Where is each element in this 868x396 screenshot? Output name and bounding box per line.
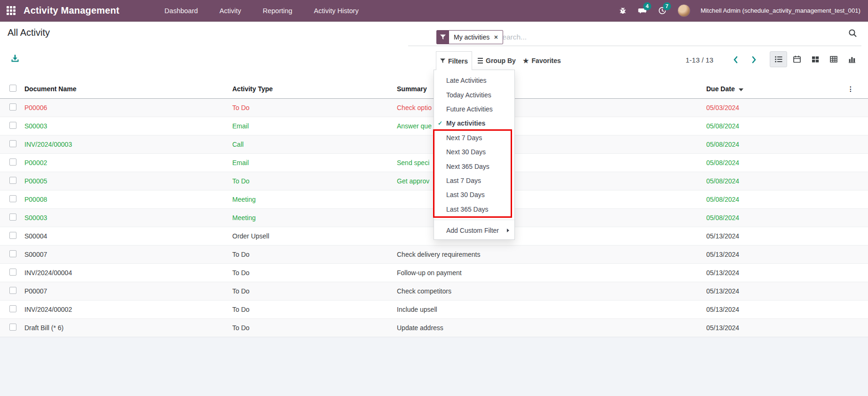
row-checkbox[interactable] — [9, 177, 16, 184]
row-checkbox[interactable] — [9, 232, 16, 239]
view-pivot-button[interactable] — [825, 51, 842, 67]
checkbox-cell — [0, 208, 21, 227]
cell-activity-type: To Do — [229, 245, 393, 263]
row-checkbox[interactable] — [9, 250, 16, 257]
filter-menu-item-label: Today Activities — [446, 91, 491, 99]
activity-management-app: Activity Management DashboardActivityRep… — [0, 0, 868, 396]
header-activity-type[interactable]: Activity Type — [229, 80, 393, 98]
row-checkbox[interactable] — [9, 305, 16, 312]
cell-document-name: P00007 — [21, 282, 229, 300]
filters-dropdown-menu: Late ActivitiesToday ActivitiesFuture Ac… — [434, 70, 515, 240]
table-row[interactable]: INV/2024/00002To DoInclude upsell05/13/2… — [0, 300, 868, 318]
navbar-menu-item[interactable]: Activity History — [314, 7, 359, 15]
filter-menu-item-label: Last 7 Days — [446, 177, 481, 184]
filter-menu-item[interactable]: Next 365 Days — [434, 159, 514, 173]
messages-icon[interactable]: 4 — [638, 6, 647, 16]
export-download-icon[interactable] — [10, 54, 21, 64]
table-row[interactable]: INV/2024/00004To DoFollow-up on payment0… — [0, 263, 868, 282]
view-calendar-button[interactable] — [788, 51, 805, 67]
cell-due-date: 05/08/2024 — [702, 135, 844, 153]
table-row[interactable]: S00007To DoCheck delivery requirements05… — [0, 245, 868, 263]
cell-document-name: P00005 — [21, 172, 229, 190]
add-custom-filter-label: Add Custom Filter — [446, 227, 499, 234]
header-document-name[interactable]: Document Name — [21, 80, 229, 98]
filter-menu-item[interactable]: ✓My activities — [434, 116, 514, 130]
row-checkbox[interactable] — [9, 158, 16, 166]
cell-activity-type: Meeting — [229, 190, 393, 208]
app-brand[interactable]: Activity Management — [24, 5, 119, 16]
top-navbar: Activity Management DashboardActivityRep… — [0, 0, 868, 22]
row-checkbox[interactable] — [9, 195, 16, 202]
table-row[interactable]: P00007To DoCheck competitors05/13/2024 — [0, 282, 868, 300]
cell-due-date: 05/13/2024 — [702, 282, 844, 300]
activities-count-badge: 7 — [663, 2, 671, 10]
filters-button[interactable]: Filters — [436, 51, 472, 70]
row-checkbox[interactable] — [9, 287, 16, 294]
row-checkbox[interactable] — [9, 324, 16, 331]
cell-activity-type: To Do — [229, 172, 393, 190]
row-checkbox[interactable] — [9, 122, 16, 129]
filter-menu-item[interactable]: Late Activities — [434, 73, 514, 87]
add-custom-filter-item[interactable]: Add Custom Filter — [434, 223, 514, 238]
checkbox-cell — [0, 172, 21, 190]
view-graph-button[interactable] — [843, 51, 860, 67]
row-checkbox[interactable] — [9, 269, 16, 276]
cell-activity-type: Call — [229, 135, 393, 153]
navbar-menu-item[interactable]: Dashboard — [165, 7, 198, 15]
activities-clock-icon[interactable]: 7 — [658, 6, 667, 16]
cell-document-name: INV/2024/00003 — [21, 135, 229, 153]
header-due-date[interactable]: Due Date — [702, 80, 844, 98]
cell-spacer — [844, 98, 868, 117]
facet-remove-icon[interactable]: ✕ — [494, 34, 498, 40]
cell-activity-type: Order Upsell — [229, 227, 393, 245]
search-icon[interactable] — [848, 29, 858, 38]
checkbox-cell — [0, 153, 21, 172]
user-avatar[interactable] — [678, 4, 690, 17]
navbar-menu-item[interactable]: Reporting — [263, 7, 292, 15]
cell-due-date: 05/13/2024 — [702, 300, 844, 318]
apps-grid-icon[interactable] — [7, 6, 16, 16]
row-checkbox[interactable] — [9, 103, 16, 111]
cell-due-date: 05/13/2024 — [702, 263, 844, 282]
cell-summary: Follow-up on payment — [393, 263, 702, 282]
view-list-button[interactable] — [770, 51, 787, 67]
favorites-button-label: Favorites — [532, 57, 561, 64]
filter-menu-item[interactable]: Last 365 Days — [434, 202, 514, 216]
facet-label: My activities — [454, 33, 489, 41]
cell-due-date: 05/08/2024 — [702, 208, 844, 227]
row-checkbox[interactable] — [9, 214, 16, 221]
cell-summary: Update address — [393, 318, 702, 337]
filter-menu-item[interactable]: Future Activities — [434, 102, 514, 116]
debug-bug-icon[interactable] — [618, 6, 628, 16]
cell-spacer — [844, 190, 868, 208]
cell-document-name: S00003 — [21, 208, 229, 227]
cell-document-name: S00003 — [21, 117, 229, 135]
navbar-menu-item[interactable]: Activity — [220, 7, 241, 15]
favorites-button[interactable]: ★ Favorites — [523, 51, 561, 70]
table-row[interactable]: Draft Bill (* 6)To DoUpdate address05/13… — [0, 318, 868, 337]
user-name[interactable]: Mitchell Admin (schedule_activity_manage… — [701, 7, 860, 14]
group-by-button[interactable]: Group By — [478, 51, 516, 70]
cell-due-date: 05/08/2024 — [702, 172, 844, 190]
messages-count-badge: 4 — [643, 2, 651, 10]
optional-columns-icon[interactable]: ⋮ — [844, 80, 868, 98]
filter-menu-item[interactable]: Last 30 Days — [434, 188, 514, 202]
checkbox-cell — [0, 190, 21, 208]
filter-menu-item[interactable]: Next 7 Days — [434, 131, 514, 145]
cell-spacer — [844, 117, 868, 135]
cell-activity-type: To Do — [229, 300, 393, 318]
cell-due-date: 05/08/2024 — [702, 117, 844, 135]
filter-menu-item[interactable]: Next 30 Days — [434, 145, 514, 159]
filter-menu-item[interactable]: Today Activities — [434, 87, 514, 102]
search-bar-underline — [408, 46, 861, 46]
filter-menu-item[interactable]: Last 7 Days — [434, 174, 514, 188]
view-kanban-button[interactable] — [806, 51, 824, 67]
select-all-checkbox[interactable] — [9, 85, 16, 92]
checkmark-icon: ✓ — [438, 120, 442, 127]
pager-previous-icon[interactable] — [730, 54, 742, 66]
pager-next-icon[interactable] — [748, 54, 760, 66]
cell-spacer — [844, 208, 868, 227]
row-checkbox[interactable] — [9, 140, 16, 147]
search-input[interactable] — [497, 29, 827, 45]
search-facet-chip: My activities ✕ — [436, 30, 503, 44]
